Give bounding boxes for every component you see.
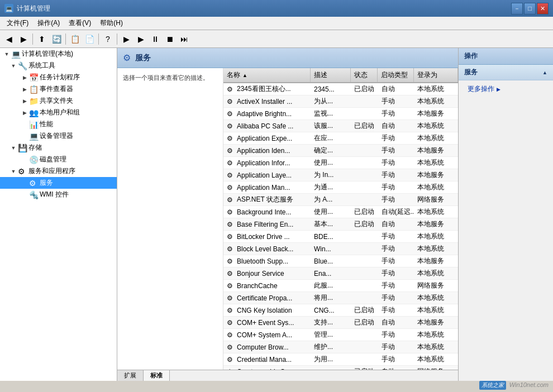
- table-row[interactable]: ⚙ COM+ System A... 管理... 手动 本地系统: [223, 329, 458, 341]
- system-tools-icon: 🔧: [18, 61, 27, 70]
- disk-toggle: [20, 155, 29, 164]
- show-hide-tree[interactable]: 📋: [68, 32, 82, 46]
- table-row[interactable]: ⚙ BranchCache 此服... 手动 网络服务: [223, 280, 458, 292]
- table-row[interactable]: ⚙ Adaptive Brightn... 监视... 手动 本地服务: [223, 108, 458, 120]
- tree-shared-folders[interactable]: ▶ 📁 共享文件夹: [0, 95, 117, 107]
- tree-event-viewer[interactable]: ▶ 📋 事件查看器: [0, 83, 117, 95]
- help-button[interactable]: ?: [101, 32, 115, 46]
- cell-service-desc: 为 In...: [311, 169, 351, 181]
- tree-device-manager[interactable]: 💻 设备管理器: [0, 130, 117, 142]
- table-row[interactable]: ⚙ Certificate Propa... 将用... 手动 本地系统: [223, 292, 458, 304]
- up-button[interactable]: ⬆: [35, 32, 49, 46]
- cell-service-name: ⚙ Application Man...: [223, 181, 311, 193]
- table-row[interactable]: ⚙ Application Laye... 为 In... 手动 本地服务: [223, 169, 458, 181]
- menu-action[interactable]: 操作(A): [33, 17, 64, 29]
- cell-service-status: [351, 292, 378, 304]
- menu-help[interactable]: 帮助(H): [96, 17, 127, 29]
- cell-service-status: 已启动: [351, 317, 378, 328]
- cell-service-desc: 为从...: [311, 95, 351, 107]
- table-row[interactable]: ⚙ Application Infor... 使用... 手动 本地系统: [223, 157, 458, 169]
- table-row[interactable]: ⚙ COM+ Event Sys... 支持... 已启动 自动 本地服务: [223, 317, 458, 329]
- table-row[interactable]: ⚙ Bluetooth Supp... Blue... 手动 本地服务: [223, 255, 458, 267]
- table-row[interactable]: ⚙ ASP.NET 状态服务 为 A... 手动 网络服务: [223, 194, 458, 206]
- table-row[interactable]: ⚙ Application Man... 为通... 手动 本地系统: [223, 181, 458, 194]
- services-apps-icon: ⚙: [18, 167, 27, 176]
- refresh-button[interactable]: 🔄: [50, 32, 63, 46]
- action-more[interactable]: 更多操作 ▶: [459, 83, 553, 95]
- table-row[interactable]: ⚙ BitLocker Drive ... BDE... 手动 本地系统: [223, 231, 458, 243]
- tree-task-scheduler[interactable]: ▶ 📅 任务计划程序: [0, 71, 117, 83]
- tree-root[interactable]: ▼ 💻 计算机管理(本地): [0, 48, 117, 60]
- title-bar: 💻 计算机管理 － □ ✕: [0, 0, 553, 17]
- content-header: ⚙ 服务: [117, 48, 458, 68]
- col-header-login[interactable]: 登录为: [414, 68, 458, 82]
- forward-button[interactable]: ▶: [17, 32, 30, 46]
- table-row[interactable]: ⚙ Computer Brow... 维护... 手动 本地系统: [223, 341, 458, 353]
- tree-performance[interactable]: 📊 性能: [0, 118, 117, 130]
- cell-service-status: [351, 194, 378, 205]
- event-viewer-label: 事件查看器: [40, 84, 73, 94]
- cell-service-status: [351, 255, 378, 267]
- cell-service-desc: 将用...: [311, 292, 351, 304]
- table-row[interactable]: ⚙ CNG Key Isolation CNG... 已启动 手动 本地系统: [223, 304, 458, 317]
- actions-list: 更多操作 ▶: [459, 80, 553, 98]
- tree-wmi[interactable]: 🔩 WMI 控件: [0, 189, 117, 200]
- cell-service-desc: 管理...: [311, 329, 351, 341]
- table-row[interactable]: ⚙ Block Level Back... Win... 手动 本地系统: [223, 243, 458, 255]
- col-header-desc[interactable]: 描述: [311, 68, 351, 82]
- table-row[interactable]: ⚙ Credential Mana... 为用... 手动 本地系统: [223, 353, 458, 366]
- minimize-button[interactable]: －: [511, 3, 523, 15]
- cell-service-startup: 手动: [378, 353, 414, 365]
- table-row[interactable]: ⚙ 2345看图王核心... 2345... 已启动 自动 本地系统: [223, 83, 458, 95]
- cell-service-status: [351, 341, 378, 353]
- cell-service-name: ⚙ COM+ Event Sys...: [223, 317, 311, 328]
- service-icon: ⚙: [227, 196, 235, 204]
- table-row[interactable]: ⚙ Base Filtering En... 基本... 已启动 自动 本地服务: [223, 218, 458, 231]
- table-row[interactable]: ⚙ Bonjour Service Ena... 手动 本地系统: [223, 267, 458, 280]
- actions-panel: 操作 服务 ▲ 更多操作 ▶: [458, 48, 553, 381]
- close-button[interactable]: ✕: [537, 3, 549, 15]
- table-row[interactable]: ⚙ Cryptographic S... 已启动 自动 网络服务: [223, 366, 458, 370]
- back-button[interactable]: ◀: [2, 32, 16, 46]
- table-row[interactable]: ⚙ Alibaba PC Safe ... 该服... 已启动 自动 本地系统: [223, 120, 458, 132]
- menu-file[interactable]: 文件(F): [2, 17, 33, 29]
- cell-service-status: 已启动: [351, 120, 378, 132]
- col-header-status[interactable]: 状态: [351, 68, 378, 82]
- table-row[interactable]: ⚙ ActiveX Installer ... 为从... 手动 本地系统: [223, 95, 458, 108]
- tab-extend[interactable]: 扩展: [117, 370, 144, 381]
- device-manager-toggle: [20, 132, 29, 141]
- restart-button[interactable]: ⏭: [178, 32, 191, 46]
- cell-service-name: ⚙ ASP.NET 状态服务: [223, 194, 311, 205]
- main-container: ▼ 💻 计算机管理(本地) ▼ 🔧 系统工具 ▶ 📅 任务计划程序 ▶ 📋 事件…: [0, 48, 553, 381]
- cell-service-name: ⚙ COM+ System A...: [223, 329, 311, 341]
- tab-standard[interactable]: 标准: [144, 370, 170, 381]
- pause-button[interactable]: ⏸: [149, 32, 162, 46]
- play2-button[interactable]: ▶: [134, 32, 147, 46]
- tree-services[interactable]: ⚙ 服务: [0, 177, 117, 189]
- maximize-button[interactable]: □: [524, 3, 536, 15]
- cell-service-status: [351, 280, 378, 291]
- tree-services-apps[interactable]: ▼ ⚙ 服务和应用程序: [0, 165, 117, 177]
- stop-button[interactable]: ⏹: [163, 32, 177, 46]
- play-button[interactable]: ▶: [120, 32, 133, 46]
- table-row[interactable]: ⚙ Application Iden... 确定... 手动 本地服务: [223, 145, 458, 157]
- col-header-name[interactable]: 名称 ▲: [223, 68, 311, 82]
- cell-service-login: 本地系统: [414, 157, 458, 169]
- services-label: 服务: [40, 178, 53, 188]
- cell-service-startup: 手动: [378, 341, 414, 353]
- view-button[interactable]: 📄: [83, 32, 96, 46]
- tree-disk-management[interactable]: 💿 磁盘管理: [0, 154, 117, 165]
- tree-system-tools[interactable]: ▼ 🔧 系统工具: [0, 60, 117, 71]
- tree-storage[interactable]: ▼ 💾 存储: [0, 142, 117, 154]
- col-header-startup[interactable]: 启动类型: [378, 68, 413, 82]
- actions-section-services[interactable]: 服务 ▲: [459, 65, 553, 80]
- tree-local-users[interactable]: ▶ 👥 本地用户和组: [0, 107, 117, 118]
- service-icon: ⚙: [227, 221, 235, 228]
- service-icon: ⚙: [227, 282, 235, 290]
- table-row[interactable]: ⚙ Application Expe... 在应... 手动 本地系统: [223, 132, 458, 145]
- menu-view[interactable]: 查看(V): [64, 17, 96, 29]
- cell-service-name: ⚙ Bonjour Service: [223, 267, 311, 279]
- cell-service-status: 已启动: [351, 206, 378, 218]
- table-row[interactable]: ⚙ Background Inte... 使用... 已启动 自动(延迟... …: [223, 206, 458, 218]
- cell-service-name: ⚙ ActiveX Installer ...: [223, 95, 311, 107]
